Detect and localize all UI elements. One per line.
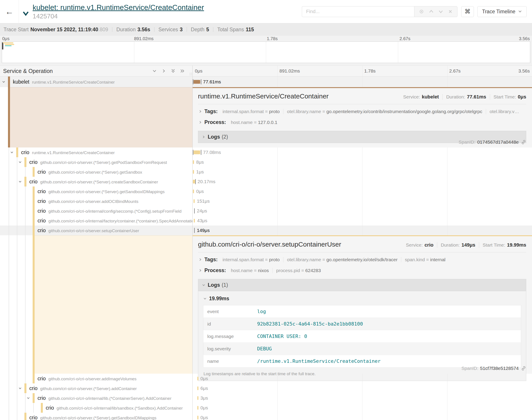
- collapse-trace-chevron-down-icon[interactable]: [22, 10, 30, 18]
- span-duration-bar[interactable]: [193, 180, 195, 184]
- span-timeline-cell[interactable]: 0μs: [193, 403, 532, 413]
- expand-one-chevron-right-icon[interactable]: [161, 69, 166, 73]
- service-operation-title: Service & Operation: [0, 68, 53, 74]
- service-color-bar: [41, 403, 43, 413]
- span-duration-label: 0μs: [200, 376, 208, 381]
- span-timeline-cell[interactable]: 8μs: [193, 157, 532, 167]
- span-row[interactable]: criogithub.com/cri-o/cri-o/internal/lib.…: [0, 393, 532, 403]
- trace-title-link[interactable]: kubelet: runtime.v1.RuntimeService/Creat…: [33, 3, 204, 12]
- span-expander-chevron-down-icon[interactable]: [18, 180, 22, 184]
- span-timeline-cell[interactable]: 24μs: [193, 206, 532, 216]
- span-timeline-cell[interactable]: 3μs: [193, 393, 532, 403]
- span-log-marker[interactable]: [194, 209, 195, 213]
- span-row[interactable]: criogithub.com/cri-o/cri-o/server.(*Serv…: [0, 413, 532, 420]
- span-timeline-cell[interactable]: 0μs: [193, 374, 532, 383]
- divider: [213, 27, 213, 32]
- span-timeline-cell[interactable]: 149μs: [193, 225, 532, 235]
- span-duration-bar[interactable]: [197, 396, 198, 400]
- expand-all-double-chevron-right-icon[interactable]: [180, 69, 185, 73]
- span-timeline-cell[interactable]: 0μs: [193, 186, 532, 196]
- span-label: criogithub.com/cri-o/cri-o/server.(*Serv…: [29, 385, 137, 391]
- span-row[interactable]: crioruntime.v1.RuntimeService/CreateCont…: [0, 148, 532, 157]
- view-selector-button[interactable]: Trace Timeline: [477, 6, 527, 17]
- collapse-all-double-chevron-down-icon[interactable]: [171, 69, 175, 73]
- service-name: crio: [29, 159, 37, 165]
- span-timeline-cell[interactable]: 6μs: [193, 383, 532, 393]
- focus-target-icon[interactable]: [419, 9, 424, 14]
- span-log-marker[interactable]: [195, 179, 196, 184]
- span-log-marker[interactable]: [193, 79, 193, 85]
- span-duration-bar[interactable]: [197, 416, 198, 420]
- service-color-bar: [8, 76, 10, 87]
- find-next-chevron-down-icon[interactable]: [438, 9, 443, 14]
- span-row[interactable]: criogithub.com/cri-o/cri-o/server.(*Serv…: [0, 383, 532, 393]
- tags-row[interactable]: Tags:internal.span.format = protootel.li…: [198, 106, 526, 117]
- span-duration-bar[interactable]: [197, 406, 198, 410]
- span-log-marker[interactable]: [201, 79, 201, 85]
- span-timeline-cell[interactable]: 0μs: [193, 413, 532, 420]
- minimap-canvas[interactable]: [2, 42, 530, 63]
- span-duration-bar[interactable]: [197, 387, 198, 390]
- span-timeline-cell[interactable]: 20.17ms: [193, 177, 532, 186]
- minimap-tick: 891.02ms: [134, 36, 154, 41]
- span-row[interactable]: criogithub.com/cri-o/cri-o/server.setupC…: [0, 225, 532, 235]
- span-row[interactable]: criogithub.com/cri-o/cri-o/server.addOCI…: [0, 196, 532, 206]
- collapse-one-chevron-down-icon[interactable]: [152, 69, 157, 73]
- span-row[interactable]: criogithub.com/cri-o/cri-o/internal/lib/…: [0, 403, 532, 413]
- span-duration-bar[interactable]: [193, 160, 194, 164]
- find-input[interactable]: [302, 6, 414, 17]
- span-duration-bar[interactable]: [194, 150, 200, 154]
- span-log-marker[interactable]: [201, 150, 201, 155]
- deep-link-icon[interactable]: [521, 139, 526, 145]
- span-duration-bar[interactable]: [193, 190, 194, 193]
- indent-guide: [9, 235, 9, 374]
- process-row[interactable]: Process:host.name = 127.0.0.1: [198, 117, 526, 128]
- span-log-marker[interactable]: [193, 150, 193, 155]
- span-label: criogithub.com/cri-o/cri-o/internal/fact…: [37, 218, 193, 224]
- span-expander-chevron-down-icon[interactable]: [18, 387, 22, 390]
- find-prev-chevron-up-icon[interactable]: [429, 9, 434, 14]
- span-duration-bar[interactable]: [194, 219, 195, 223]
- span-row[interactable]: criogithub.com/cri-o/cri-o/server.(*Serv…: [0, 186, 532, 196]
- span-expander-chevron-down-icon[interactable]: [10, 150, 14, 154]
- duration-label: Duration:: [446, 94, 465, 100]
- find-clear-icon[interactable]: [448, 9, 453, 14]
- log-entry-header[interactable]: 19.99ms: [203, 296, 521, 301]
- span-row[interactable]: criogithub.com/cri-o/cri-o/internal/conf…: [0, 206, 532, 216]
- span-timeline-cell[interactable]: 77.61ms: [193, 76, 532, 87]
- span-row[interactable]: criogithub.com/cri-o/cri-o/server.(*Serv…: [0, 177, 532, 186]
- span-timeline-cell[interactable]: 1μs: [193, 167, 532, 177]
- process-row[interactable]: Process:host.name = nixosprocess.pid = 6…: [198, 265, 526, 276]
- span-duration-bar[interactable]: [194, 80, 200, 84]
- span-detail-meta: Service:kubeletDuration:77.61msStart Tim…: [403, 94, 526, 100]
- span-row[interactable]: criogithub.com/cri-o/cri-o/server.addIma…: [0, 374, 532, 383]
- span-log-marker[interactable]: [194, 228, 195, 233]
- span-duration-bar[interactable]: [194, 199, 195, 203]
- back-button[interactable]: ←: [0, 0, 19, 23]
- ruler-tick: 1.78s: [364, 68, 376, 74]
- tags-item: otel.library.name = go.opentelemetry.io/…: [283, 109, 486, 114]
- service-name: crio: [37, 169, 46, 175]
- span-expander-chevron-down-icon[interactable]: [2, 80, 6, 84]
- span-expander-chevron-down-icon[interactable]: [18, 160, 22, 164]
- depth-value: 5: [206, 27, 209, 33]
- span-id-value: 51cf7f38e5128574: [480, 366, 519, 371]
- span-row[interactable]: criogithub.com/cri-o/cri-o/server.(*Serv…: [0, 167, 532, 177]
- span-timeline-cell[interactable]: 43μs: [193, 216, 532, 225]
- span-row[interactable]: kubeletruntime.v1.RuntimeService/CreateC…: [0, 76, 532, 87]
- tags-row[interactable]: Tags:internal.span.format = protootel.li…: [198, 254, 526, 265]
- span-timeline-cell[interactable]: 151μs: [193, 196, 532, 206]
- span-timeline-cell[interactable]: 77.08ms: [193, 148, 532, 157]
- span-duration-label: 149μs: [197, 228, 210, 233]
- keyboard-shortcuts-button[interactable]: ⌘: [461, 6, 474, 17]
- span-expander-chevron-down-icon[interactable]: [26, 396, 30, 400]
- logs-accordion[interactable]: Logs(1): [198, 279, 526, 291]
- indent-guide: [25, 186, 26, 196]
- span-duration-bar[interactable]: [193, 170, 194, 174]
- span-duration-bar[interactable]: [197, 377, 198, 380]
- column-resize-handle[interactable]: [190, 73, 192, 76]
- deep-link-icon[interactable]: [521, 366, 526, 371]
- span-row[interactable]: criogithub.com/cri-o/cri-o/internal/fact…: [0, 216, 532, 225]
- span-row[interactable]: criogithub.com/cri-o/cri-o/server.(*Serv…: [0, 157, 532, 167]
- log-field-key: event: [203, 305, 253, 318]
